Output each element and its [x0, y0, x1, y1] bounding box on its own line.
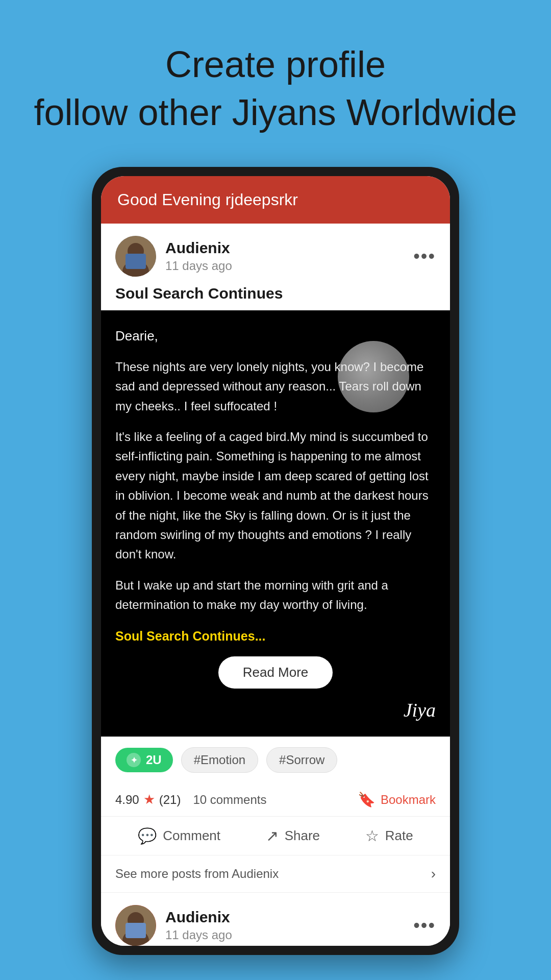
post-stats: 4.90 ★ (21) 10 comments 🔖 Bookmark: [101, 783, 450, 816]
post-paragraph2: It's like a feeling of a caged bird.My m…: [115, 427, 436, 565]
second-post-more-options[interactable]: •••: [413, 915, 436, 936]
second-post-time: 11 days ago: [165, 928, 232, 942]
post-highlight: Soul Search Continues...: [115, 626, 436, 646]
phone-screen: Good Evening rjdeepsrkr: [101, 176, 450, 946]
jiya-signature: Jiya: [115, 699, 436, 721]
post-greeting: Dearie,: [115, 326, 436, 347]
post-paragraph1: These nights are very lonely nights, you…: [115, 357, 436, 416]
second-post-meta-left: Audienix 11 days ago: [115, 905, 232, 946]
app-header: Good Evening rjdeepsrkr: [101, 176, 450, 224]
rate-label: Rate: [385, 828, 413, 844]
see-more-bar[interactable]: See more posts from Audienix ›: [101, 855, 450, 893]
post-paragraph3: But I wake up and start the morning with…: [115, 576, 436, 615]
hero-line2: follow other Jiyans Worldwide: [0, 89, 551, 137]
tag-sorrow[interactable]: #Sorrow: [266, 747, 337, 773]
comment-icon: 💬: [138, 827, 157, 845]
rating-value: 4.90: [115, 793, 139, 807]
more-options-button[interactable]: •••: [413, 246, 436, 267]
rate-button[interactable]: ☆ Rate: [365, 827, 413, 845]
second-post-author-info: Audienix 11 days ago: [165, 909, 232, 942]
post-author-name: Audienix: [165, 239, 232, 257]
comment-label: Comment: [163, 828, 220, 844]
bookmark-label: Bookmark: [381, 793, 436, 807]
rating-count: (21): [159, 793, 181, 807]
post-meta-left: Audienix 11 days ago: [115, 236, 232, 277]
post-tags: ✦ 2U #Emotion #Sorrow: [101, 737, 450, 783]
post-card: Audienix 11 days ago ••• Soul Search Con…: [101, 224, 450, 946]
rate-icon: ☆: [365, 827, 379, 845]
avatar: [115, 236, 156, 277]
post-meta: Audienix 11 days ago •••: [101, 224, 450, 285]
comments-link[interactable]: 10 comments: [193, 793, 345, 807]
svg-rect-3: [126, 254, 146, 269]
bookmark-icon: 🔖: [358, 791, 375, 808]
greeting-text: Good Evening rjdeepsrkr: [117, 190, 298, 209]
comment-button[interactable]: 💬 Comment: [138, 827, 220, 845]
second-post-author: Audienix: [165, 909, 232, 926]
post-author-info: Audienix 11 days ago: [165, 239, 232, 273]
tag-2u-icon: ✦: [127, 753, 141, 767]
star-icon: ★: [143, 792, 155, 807]
tag-2u-label: 2U: [146, 753, 162, 767]
bookmark-button[interactable]: 🔖 Bookmark: [358, 791, 436, 808]
tag-2u[interactable]: ✦ 2U: [115, 748, 173, 772]
see-more-text: See more posts from Audienix: [115, 867, 279, 881]
share-button[interactable]: ↗ Share: [266, 827, 320, 845]
second-post-avatar: [115, 905, 156, 946]
svg-rect-7: [126, 923, 146, 938]
hero-section: Create profile follow other Jiyans World…: [0, 0, 551, 157]
post-rating: 4.90 ★ (21): [115, 792, 181, 807]
post-text-block: Dearie, These nights are very lonely nig…: [115, 326, 436, 646]
post-actions: 💬 Comment ↗ Share ☆ Rate: [101, 816, 450, 855]
post-title: Soul Search Continues: [101, 285, 450, 310]
phone-container: Good Evening rjdeepsrkr: [0, 167, 551, 955]
phone-frame: Good Evening rjdeepsrkr: [92, 167, 459, 955]
hero-line1: Create profile: [0, 41, 551, 89]
second-post-meta: Audienix 11 days ago •••: [101, 893, 450, 946]
post-content-area: Dearie, These nights are very lonely nig…: [101, 310, 450, 737]
share-label: Share: [285, 828, 320, 844]
post-time: 11 days ago: [165, 259, 232, 273]
read-more-button[interactable]: Read More: [218, 656, 333, 689]
share-icon: ↗: [266, 827, 279, 845]
see-more-arrow-icon: ›: [431, 866, 436, 882]
tag-emotion[interactable]: #Emotion: [181, 747, 258, 773]
